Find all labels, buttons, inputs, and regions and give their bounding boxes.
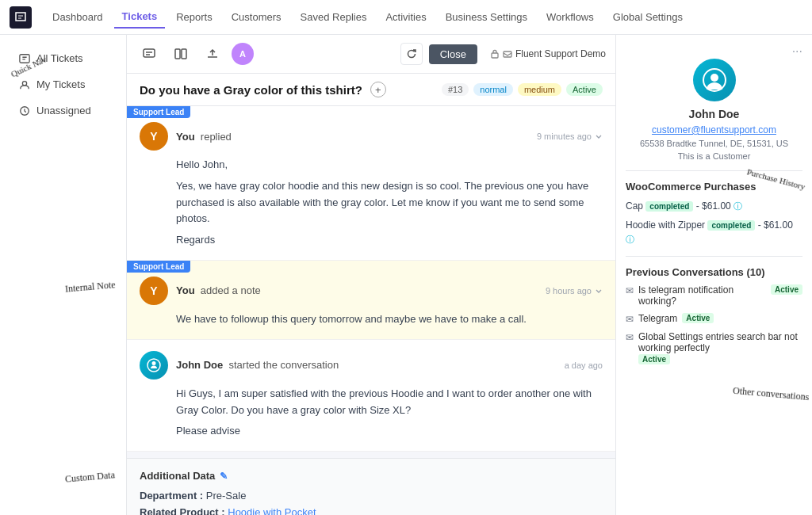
nav-business-settings[interactable]: Business Settings xyxy=(438,6,535,28)
note-action: added a note xyxy=(201,284,261,296)
email-icon-2: ✉ xyxy=(626,314,634,325)
conv-status-badge-1: Active xyxy=(771,284,802,295)
svg-point-1 xyxy=(22,81,26,85)
hoodie-status-badge: completed xyxy=(707,220,755,231)
purchase-item-cap: Cap completed - $61.00 ⓘ xyxy=(626,199,802,213)
message-header-reply: Y You replied 9 minutes ago xyxy=(140,122,603,151)
svg-rect-0 xyxy=(20,54,29,63)
sidebar-item-my-tickets[interactable]: My Tickets xyxy=(6,72,120,97)
reply-sender: You xyxy=(176,131,195,143)
svg-rect-4 xyxy=(175,49,180,59)
message-header-customer: John Doe started the conversation a day … xyxy=(140,351,603,380)
sidebar: All Tickets My Tickets Unassigned xyxy=(0,35,127,515)
customer-name: John Doe xyxy=(689,108,740,120)
message-meta-reply: You replied xyxy=(176,131,529,143)
sidebar-item-all-tickets[interactable]: All Tickets xyxy=(6,46,120,71)
edit-additional-data-icon[interactable]: ✎ xyxy=(220,471,228,482)
priority-medium-badge: medium xyxy=(518,83,561,96)
svg-point-10 xyxy=(710,74,718,82)
previous-conversations-section: Previous Conversations (10) ✉ Is telegra… xyxy=(626,266,802,364)
section-divider-1 xyxy=(626,256,802,257)
customer-avatar-message xyxy=(140,351,168,380)
sidebar-item-unassigned[interactable]: Unassigned xyxy=(6,98,120,123)
ticket-title-bar: Do you have a Gray color of this tshirt?… xyxy=(127,74,615,106)
cap-info-icon[interactable]: ⓘ xyxy=(733,201,742,211)
reply-action: replied xyxy=(201,131,232,143)
message-meta-note: You added a note xyxy=(176,284,538,296)
note-sender: You xyxy=(176,284,195,296)
upload-icon-btn[interactable] xyxy=(200,41,225,67)
messages-area: Support Lead Y You replied 9 minutes ago… xyxy=(127,106,615,515)
columns-icon-btn[interactable] xyxy=(168,41,193,67)
cap-status-badge: completed xyxy=(645,201,693,212)
support-lead-badge-1: Support Lead xyxy=(127,106,190,118)
customer-name-row: John Doe xyxy=(626,108,802,120)
additional-data-section: Additional Data ✎ Department : Pre-Sale … xyxy=(127,458,615,515)
customer-sender: John Doe xyxy=(176,359,223,371)
ticket-title: Do you have a Gray color of this tshirt? xyxy=(140,83,362,97)
additional-data-title: Additional Data ✎ xyxy=(140,470,603,482)
message-header-note: Y You added a note 9 hours ago xyxy=(140,277,603,305)
customer-body: Hi Guys, I am super satisfied with the p… xyxy=(140,386,603,440)
customer-address: 65538 Bradtke Tunnel, DE, 51531, US xyxy=(626,139,802,148)
agent-avatar-note: Y xyxy=(140,277,168,305)
mailbox-area: Fluent Support Demo xyxy=(490,48,606,59)
refresh-button[interactable] xyxy=(400,43,423,65)
nav-tickets[interactable]: Tickets xyxy=(114,6,166,29)
nav-saved-replies[interactable]: Saved Replies xyxy=(293,6,375,28)
note-time: 9 hours ago xyxy=(546,286,603,296)
customer-profile: ··· John Doe customer@fluentsupport.com … xyxy=(626,44,802,171)
prev-conv-title: Previous Conversations (10) xyxy=(626,266,802,278)
ticket-toolbar: A Close Fluent Support Demo xyxy=(127,35,615,74)
close-button[interactable]: Close xyxy=(429,44,477,64)
logo xyxy=(10,6,32,29)
sidebar-label-my-tickets: My Tickets xyxy=(36,78,85,90)
hoodie-info-icon[interactable]: ⓘ xyxy=(626,235,634,244)
support-lead-badge-2: Support Lead xyxy=(127,261,190,273)
top-navigation: Dashboard Tickets Reports Customers Save… xyxy=(0,0,812,35)
nav-activities[interactable]: Activities xyxy=(377,6,434,28)
nav-items: Dashboard Tickets Reports Customers Save… xyxy=(44,6,802,29)
additional-data-row-department: Department : Pre-Sale xyxy=(140,490,603,502)
status-active-badge: Active xyxy=(566,83,603,96)
main-layout: All Tickets My Tickets Unassigned A xyxy=(0,35,812,515)
message-note: Support Lead Y You added a note 9 hours … xyxy=(127,261,615,340)
sidebar-label-unassigned: Unassigned xyxy=(36,105,91,116)
related-product-link[interactable]: Hoodie with Pocket xyxy=(228,506,316,515)
conv-status-badge-2: Active xyxy=(682,313,714,323)
message-icon-btn[interactable] xyxy=(136,41,162,67)
customer-avatar-large xyxy=(693,59,736,101)
additional-data-row-product: Related Product : Hoodie with Pocket xyxy=(140,506,603,515)
add-button[interactable]: + xyxy=(370,82,386,97)
nav-workflows[interactable]: Workflows xyxy=(538,6,602,28)
reply-time: 9 minutes ago xyxy=(537,132,603,141)
reply-body: Hello John, Yes, we have gray color hood… xyxy=(140,157,603,249)
conversation-item-3: ✉ Global Settings entries search bar not… xyxy=(626,331,802,364)
message-reply: Support Lead Y You replied 9 minutes ago… xyxy=(127,106,615,261)
conversation-item-2: ✉ Telegram Active xyxy=(626,313,802,325)
nav-customers[interactable]: Customers xyxy=(224,6,289,28)
right-panel: ··· John Doe customer@fluentsupport.com … xyxy=(615,35,812,515)
customer-email[interactable]: customer@fluentsupport.com xyxy=(652,124,776,135)
svg-rect-5 xyxy=(182,49,186,59)
priority-normal-badge: normal xyxy=(473,83,513,96)
woocommerce-title: WooCommerce Purchases xyxy=(626,181,802,193)
nav-dashboard[interactable]: Dashboard xyxy=(44,6,111,28)
customer-time: a day ago xyxy=(565,360,603,370)
nav-global-settings[interactable]: Global Settings xyxy=(605,6,691,28)
conv-status-badge-3: Active xyxy=(638,354,670,364)
more-options-btn[interactable]: ··· xyxy=(792,44,802,59)
svg-rect-6 xyxy=(492,53,498,58)
message-meta-customer: John Doe started the conversation xyxy=(176,359,557,371)
nav-reports[interactable]: Reports xyxy=(168,6,220,28)
email-icon-1: ✉ xyxy=(626,285,634,296)
purchase-item-hoodie: Hoodie with Zipper completed - $61.00 ⓘ xyxy=(626,218,802,246)
mailbox-label: Fluent Support Demo xyxy=(515,48,606,59)
agent-avatar: A xyxy=(232,43,254,65)
ticket-meta: #13 normal medium Active xyxy=(442,83,603,96)
email-icon-3: ✉ xyxy=(626,332,634,343)
sidebar-label-all-tickets: All Tickets xyxy=(36,52,83,64)
svg-rect-3 xyxy=(144,49,155,57)
agent-avatar-reply: Y xyxy=(140,122,168,151)
conversation-item-1: ✉ Is telegram notification working? Acti… xyxy=(626,284,802,307)
